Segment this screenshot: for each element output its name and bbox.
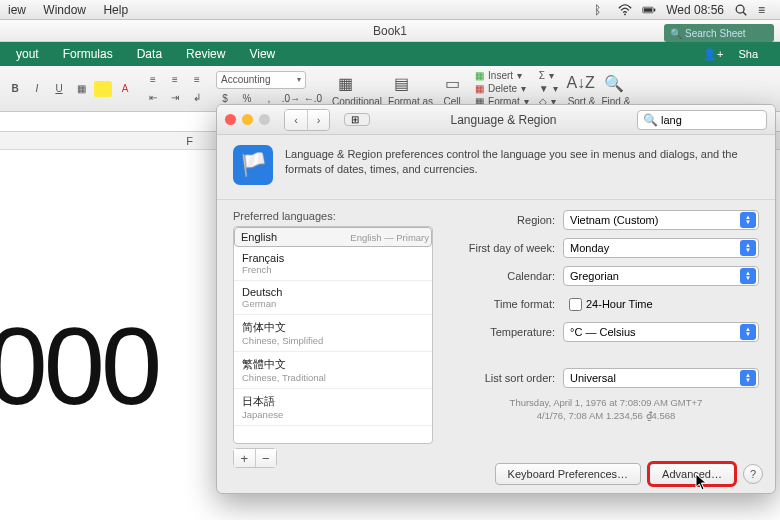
format-sample: Thursday, April 1, 1976 at 7:08:09 AM GM… xyxy=(453,396,759,423)
cell-value: .000 xyxy=(0,302,158,429)
timefmt-checkbox[interactable]: 24-Hour Time xyxy=(563,294,759,314)
pref-search[interactable]: 🔍 ✕ xyxy=(637,110,767,130)
cell-styles-icon[interactable]: ▭ xyxy=(439,70,465,96)
ribbon-tab[interactable]: Formulas xyxy=(51,43,125,65)
insert-icon[interactable]: ▦ xyxy=(475,70,484,81)
list-item[interactable]: 繁體中文Chinese, Traditional xyxy=(234,352,432,389)
search-placeholder: Search Sheet xyxy=(685,28,746,39)
chevron-updown-icon: ▲▼ xyxy=(740,324,756,340)
language-region-window: ‹ › ⊞ Language & Region 🔍 ✕ 🏳️ Language … xyxy=(216,104,776,494)
menu-item[interactable]: Help xyxy=(103,3,128,17)
region-select[interactable]: Vietnam (Custom)▲▼ xyxy=(563,210,759,230)
mac-menubar: iew Window Help ᛒ Wed 08:56 ≡ xyxy=(0,0,780,20)
label: Insert xyxy=(488,70,513,81)
advanced-button[interactable]: Advanced… xyxy=(649,463,735,485)
list-item[interactable]: EnglishEnglish — Primary xyxy=(234,227,432,247)
search-icon: 🔍 xyxy=(670,28,682,39)
temp-label: Temperature: xyxy=(453,326,563,338)
temperature-select[interactable]: °C — Celsius▲▼ xyxy=(563,322,759,342)
share-button[interactable]: 👤+ Sha xyxy=(691,44,776,65)
workbook-title: Book1 xyxy=(373,24,407,38)
font-color-button[interactable]: A xyxy=(116,81,134,97)
list-item[interactable]: FrançaisFrench xyxy=(234,247,432,281)
notifications-icon[interactable]: ≡ xyxy=(758,3,772,17)
autosum-icon[interactable]: Σ xyxy=(539,70,545,81)
language-region-icon: 🏳️ xyxy=(233,145,273,185)
ribbon-tab[interactable]: View xyxy=(237,43,287,65)
svg-rect-3 xyxy=(654,8,655,11)
menubar-clock[interactable]: Wed 08:56 xyxy=(666,3,724,17)
24hour-checkbox[interactable] xyxy=(569,298,582,311)
zoom-button[interactable] xyxy=(259,114,270,125)
excel-titlebar: Book1 xyxy=(0,20,780,42)
calendar-label: Calendar: xyxy=(453,270,563,282)
bold-button[interactable]: B xyxy=(6,81,24,97)
sort-label: List sort order: xyxy=(453,372,563,384)
spotlight-icon[interactable] xyxy=(734,3,748,17)
chevron-updown-icon: ▲▼ xyxy=(740,268,756,284)
indent-inc-button[interactable]: ⇥ xyxy=(166,90,184,106)
border-button[interactable]: ▦ xyxy=(72,81,90,97)
list-item[interactable]: 日本語Japanese xyxy=(234,389,432,426)
fill-icon[interactable]: ▼ xyxy=(539,83,549,94)
pref-description: Language & Region preferences control th… xyxy=(285,145,759,185)
calendar-select[interactable]: Gregorian▲▼ xyxy=(563,266,759,286)
conditional-formatting-icon[interactable]: ▦ xyxy=(332,70,358,96)
preferred-languages-list[interactable]: EnglishEnglish — Primary FrançaisFrench … xyxy=(233,226,433,444)
chevron-updown-icon: ▲▼ xyxy=(740,240,756,256)
ribbon-tab[interactable]: Data xyxy=(125,43,174,65)
sort-filter-icon[interactable]: A↓Z xyxy=(568,70,594,96)
format-as-table-icon[interactable]: ▤ xyxy=(388,70,414,96)
delete-icon[interactable]: ▦ xyxy=(475,83,484,94)
search-icon: 🔍 xyxy=(643,113,658,127)
label: Delete xyxy=(488,83,517,94)
bluetooth-icon[interactable]: ᛒ xyxy=(594,3,608,17)
align-right-button[interactable]: ≡ xyxy=(188,72,206,88)
list-item[interactable]: DeutschGerman xyxy=(234,281,432,315)
find-select-icon[interactable]: 🔍 xyxy=(601,70,627,96)
minimize-button[interactable] xyxy=(242,114,253,125)
svg-rect-2 xyxy=(644,8,652,12)
list-item[interactable]: 简体中文Chinese, Simplified xyxy=(234,315,432,352)
firstday-select[interactable]: Monday▲▼ xyxy=(563,238,759,258)
help-button[interactable]: ? xyxy=(743,464,763,484)
excel-search[interactable]: 🔍 Search Sheet xyxy=(664,24,774,42)
indent-dec-button[interactable]: ⇤ xyxy=(144,90,162,106)
keyboard-preferences-button[interactable]: Keyboard Preferences… xyxy=(495,463,641,485)
underline-button[interactable]: U xyxy=(50,81,68,97)
ribbon-tabs: yout Formulas Data Review View 👤+ Sha xyxy=(0,42,780,66)
ribbon-tab[interactable]: Review xyxy=(174,43,237,65)
back-button[interactable]: ‹ xyxy=(285,110,307,130)
wifi-icon[interactable] xyxy=(618,3,632,17)
region-label: Region: xyxy=(453,214,563,226)
col-header-F[interactable]: F xyxy=(160,132,220,150)
italic-button[interactable]: I xyxy=(28,81,46,97)
show-all-button[interactable]: ⊞ xyxy=(344,113,370,126)
window-titlebar[interactable]: ‹ › ⊞ Language & Region 🔍 ✕ xyxy=(217,105,775,135)
preferred-languages-label: Preferred languages: xyxy=(233,210,433,222)
window-title: Language & Region xyxy=(378,113,629,127)
sortorder-select[interactable]: Universal▲▼ xyxy=(563,368,759,388)
ribbon-tab[interactable]: yout xyxy=(4,43,51,65)
timefmt-label: Time format: xyxy=(453,298,563,310)
svg-point-4 xyxy=(736,5,744,13)
wrap-text-button[interactable]: ↲ xyxy=(188,90,206,106)
chevron-updown-icon: ▲▼ xyxy=(740,370,756,386)
menu-item[interactable]: iew xyxy=(8,3,26,17)
battery-icon[interactable] xyxy=(642,3,656,17)
svg-line-5 xyxy=(743,12,746,15)
align-left-button[interactable]: ≡ xyxy=(144,72,162,88)
remove-language-button[interactable]: − xyxy=(255,449,277,467)
number-format-dropdown[interactable]: Accounting▾ xyxy=(216,71,306,89)
close-button[interactable] xyxy=(225,114,236,125)
firstday-label: First day of week: xyxy=(453,242,563,254)
add-language-button[interactable]: + xyxy=(234,449,255,467)
align-center-button[interactable]: ≡ xyxy=(166,72,184,88)
pref-search-input[interactable] xyxy=(661,114,776,126)
svg-point-0 xyxy=(624,13,626,15)
forward-button[interactable]: › xyxy=(307,110,329,130)
fill-color-button[interactable] xyxy=(94,81,112,97)
chevron-updown-icon: ▲▼ xyxy=(740,212,756,228)
menu-item[interactable]: Window xyxy=(43,3,86,17)
